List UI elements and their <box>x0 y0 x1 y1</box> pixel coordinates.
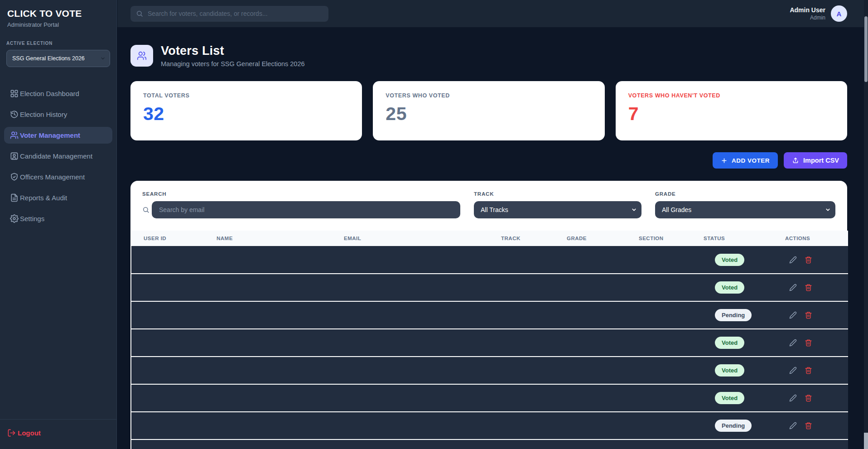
delete-voter-button[interactable] <box>805 422 812 430</box>
cell-name <box>217 357 344 384</box>
logout-button[interactable]: Logout <box>7 429 109 437</box>
delete-voter-button[interactable] <box>805 367 812 374</box>
delete-voter-button[interactable] <box>805 311 812 319</box>
dashboard-icon <box>10 89 19 98</box>
cell-grade <box>567 412 639 439</box>
topbar: Admin User Admin A <box>117 0 868 27</box>
sidebar-item-candidate-management[interactable]: Candidate Management <box>4 148 112 164</box>
cell-actions <box>785 412 848 439</box>
delete-voter-button[interactable] <box>805 394 812 402</box>
file-text-icon <box>10 193 19 202</box>
add-voter-button[interactable]: ADD VOTER <box>713 152 778 169</box>
active-election-label: ACTIVE ELECTION <box>6 41 110 46</box>
sidebar-item-settings[interactable]: Settings <box>4 210 112 227</box>
scrollbar[interactable] <box>864 0 868 449</box>
table-header-row: USER ID NAME EMAIL TRACK GRADE SECTION S… <box>131 231 848 246</box>
cell-email <box>344 439 501 449</box>
trash-icon <box>805 339 812 347</box>
user-menu[interactable]: Admin User Admin A <box>790 5 847 22</box>
cell-track <box>501 357 567 384</box>
track-select[interactable]: All Tracks <box>474 201 641 218</box>
stat-label: TOTAL VOTERS <box>143 92 349 99</box>
email-search-input[interactable] <box>152 201 460 218</box>
edit-voter-button[interactable] <box>789 367 797 374</box>
sidebar-item-label: Officers Management <box>20 173 85 181</box>
trash-icon <box>805 394 812 402</box>
table-row: Voted <box>131 329 848 357</box>
cell-user-id <box>131 412 217 439</box>
sidebar-item-officers-management[interactable]: Officers Management <box>4 169 112 185</box>
trash-icon <box>805 256 812 264</box>
cell-email <box>344 412 501 439</box>
cell-actions <box>785 329 848 357</box>
stat-label: VOTERS WHO VOTED <box>386 92 592 99</box>
plus-icon <box>721 157 728 164</box>
brand: CLICK TO VOTE Administrator Portal <box>0 0 116 28</box>
edit-voter-button[interactable] <box>789 339 797 347</box>
import-csv-button[interactable]: Import CSV <box>784 152 847 169</box>
delete-voter-button[interactable] <box>805 339 812 347</box>
cell-section <box>639 412 704 439</box>
cell-email <box>344 357 501 384</box>
sidebar-item-label: Election History <box>20 111 67 118</box>
stat-card-total-voters: TOTAL VOTERS 32 <box>130 81 362 140</box>
sidebar-item-reports-audit[interactable]: Reports & Audit <box>4 189 112 206</box>
cell-status <box>704 439 785 449</box>
cell-section <box>639 384 704 412</box>
status-badge: Pending <box>715 420 752 432</box>
edit-voter-button[interactable] <box>789 394 797 402</box>
table-row: Pending <box>131 301 848 329</box>
cell-name <box>217 246 344 274</box>
content: Voters List Managing voters for SSG Gene… <box>117 27 868 449</box>
cell-section <box>639 274 704 301</box>
cell-status: Voted <box>704 246 785 274</box>
avatar[interactable]: A <box>831 5 847 22</box>
scrollbar-thumb-bottom[interactable] <box>864 433 868 449</box>
grade-select[interactable]: All Grades <box>655 201 835 218</box>
search-filter-label: SEARCH <box>142 191 460 197</box>
candidate-icon <box>10 152 19 160</box>
cell-user-id <box>131 384 217 412</box>
pencil-icon <box>789 311 797 319</box>
cell-actions <box>785 301 848 329</box>
edit-voter-button[interactable] <box>789 422 797 430</box>
sidebar-item-voter-management[interactable]: Voter Management <box>4 127 112 144</box>
col-status: STATUS <box>704 231 785 246</box>
cell-grade <box>567 329 639 357</box>
voters-panel: SEARCH TRACK All Tracks <box>130 181 847 449</box>
status-badge: Voted <box>715 364 744 377</box>
upload-icon <box>792 157 799 164</box>
col-actions: ACTIONS <box>785 231 848 246</box>
cell-actions <box>785 439 848 449</box>
delete-voter-button[interactable] <box>805 256 812 264</box>
cell-section <box>639 357 704 384</box>
cell-name <box>217 301 344 329</box>
cell-section <box>639 439 704 449</box>
cell-actions <box>785 384 848 412</box>
sidebar-item-election-history[interactable]: Election History <box>4 106 112 123</box>
search-icon <box>136 10 143 17</box>
election-select[interactable]: SSG General Elections 2026 <box>6 50 110 67</box>
trash-icon <box>805 367 812 374</box>
edit-voter-button[interactable] <box>789 284 797 291</box>
stat-value: 32 <box>143 103 349 125</box>
stat-value: 7 <box>628 103 834 125</box>
pencil-icon <box>789 339 797 347</box>
cell-email <box>344 274 501 301</box>
delete-voter-button[interactable] <box>805 284 812 291</box>
cell-status: Voted <box>704 384 785 412</box>
edit-voter-button[interactable] <box>789 311 797 319</box>
table-row: Voted <box>131 246 848 274</box>
col-user-id: USER ID <box>131 231 217 246</box>
scrollbar-thumb[interactable] <box>864 16 868 82</box>
cell-user-id <box>131 439 217 449</box>
sidebar-item-election-dashboard[interactable]: Election Dashboard <box>4 85 112 102</box>
global-search-input[interactable] <box>130 6 328 22</box>
cell-section <box>639 246 704 274</box>
table-row: Voted <box>131 357 848 384</box>
edit-voter-button[interactable] <box>789 256 797 264</box>
col-name: NAME <box>217 231 344 246</box>
cell-actions <box>785 274 848 301</box>
cell-user-id <box>131 329 217 357</box>
cell-section <box>639 301 704 329</box>
